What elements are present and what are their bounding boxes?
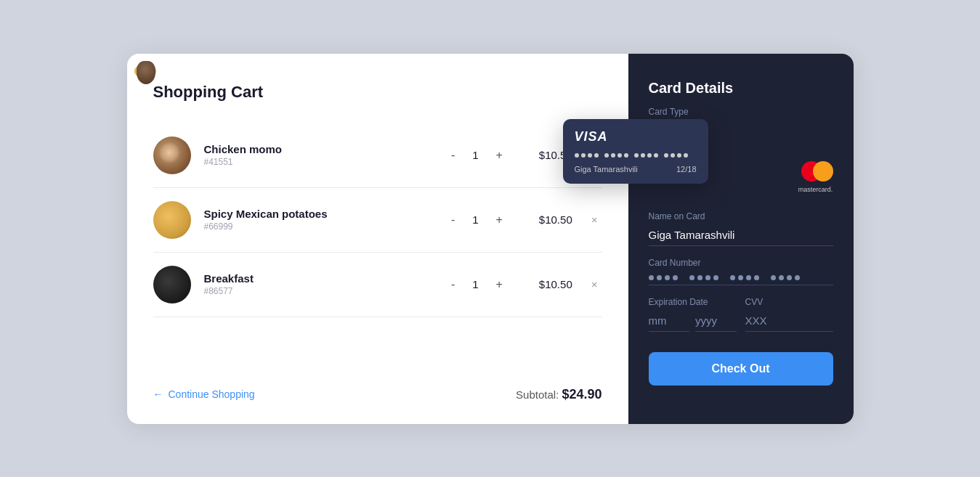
card-number-group: Card Number <box>649 258 833 285</box>
card-preview-dropdown: VISA <box>563 119 708 184</box>
name-on-card-group: Name on Card <box>649 211 833 246</box>
dot <box>671 153 675 158</box>
subtotal-amount: $24.90 <box>562 387 602 401</box>
dot-group-3 <box>634 153 658 158</box>
expiration-date-label: Expiration Date <box>649 297 737 307</box>
card-dot-input-2 <box>689 275 718 280</box>
item-controls: - 1 + <box>447 147 507 163</box>
expiry-month-input[interactable] <box>649 311 690 332</box>
cvv-input[interactable] <box>745 311 833 332</box>
dot <box>787 275 792 280</box>
dot <box>677 153 681 158</box>
continue-shopping-button[interactable]: ← Continue Shopping <box>153 388 255 400</box>
item-info-spicy-potatoes: Spicy Mexican potatoes #66999 <box>204 208 448 232</box>
card-number-display <box>649 272 833 285</box>
increase-qty-button[interactable]: + <box>491 147 506 163</box>
dot <box>664 153 668 158</box>
item-name: Breakfast <box>204 272 448 285</box>
item-image-breakfast <box>153 266 191 303</box>
card-details-section: Card Details Card Type VISA <box>628 54 854 424</box>
main-card: Shopping Cart Chicken momo #41551 - 1 + … <box>127 54 854 424</box>
dot <box>617 153 622 158</box>
expiry-year-input[interactable] <box>695 311 737 332</box>
dot <box>647 153 652 158</box>
increase-qty-button[interactable]: + <box>491 277 506 293</box>
subtotal-label: Subtotal: <box>516 388 559 401</box>
visa-logo: VISA <box>575 129 697 144</box>
mastercard-logo-area: mastercard. <box>801 161 833 193</box>
dot <box>654 153 658 158</box>
dot <box>697 275 702 280</box>
quantity-display: 1 <box>469 149 481 161</box>
item-name: Spicy Mexican potatoes <box>204 208 448 220</box>
item-sku: #66999 <box>204 221 448 232</box>
dot <box>684 153 688 158</box>
decrease-qty-button[interactable]: - <box>447 212 459 228</box>
cvv-label: CVV <box>745 297 833 307</box>
dot <box>713 275 718 280</box>
item-controls: - 1 + <box>447 212 507 228</box>
cart-footer: ← Continue Shopping Subtotal: $24.90 <box>153 387 602 402</box>
card-details-title: Card Details <box>649 80 833 97</box>
subtotal-area: Subtotal: $24.90 <box>516 387 602 402</box>
item-controls: - 1 + <box>447 277 507 293</box>
name-on-card-label: Name on Card <box>649 211 833 221</box>
dot <box>779 275 784 280</box>
item-price: $10.50 <box>529 213 572 226</box>
checkout-button[interactable]: Check Out <box>649 352 833 386</box>
mastercard-icon <box>801 161 833 182</box>
card-dot-input-1 <box>649 275 678 280</box>
cart-items-list: Chicken momo #41551 - 1 + $10.50 × Spicy… <box>153 123 602 367</box>
table-row: Breakfast #86577 - 1 + $10.50 × <box>153 253 602 317</box>
increase-qty-button[interactable]: + <box>491 212 506 228</box>
dot <box>594 153 599 158</box>
decrease-qty-button[interactable]: - <box>447 277 459 293</box>
name-on-card-input[interactable] <box>649 226 833 246</box>
item-image-spicy-potatoes <box>153 201 191 239</box>
continue-shopping-label: Continue Shopping <box>169 388 255 400</box>
quantity-display: 1 <box>469 278 481 290</box>
quantity-display: 1 <box>469 213 481 226</box>
dot <box>581 153 586 158</box>
remove-item-button[interactable]: × <box>587 277 602 292</box>
arrow-left-icon: ← <box>153 388 163 400</box>
mastercard-label: mastercard. <box>798 186 833 193</box>
item-sku: #86577 <box>204 286 448 296</box>
dot-group-1 <box>575 153 599 158</box>
dot-group-2 <box>604 153 628 158</box>
dot <box>641 153 645 158</box>
dot <box>771 275 776 280</box>
dot <box>634 153 639 158</box>
dot <box>588 153 592 158</box>
dot-group-4 <box>664 153 688 158</box>
mc-circle-orange <box>813 161 833 182</box>
dot <box>689 275 694 280</box>
card-number-label: Card Number <box>649 258 833 268</box>
expiration-date-group: Expiration Date <box>649 297 737 332</box>
card-dot-input-3 <box>730 275 759 280</box>
card-holder-info: Giga Tamarashvili 12/18 <box>575 165 697 174</box>
item-price: $10.50 <box>529 278 572 290</box>
dot <box>705 275 710 280</box>
decrease-qty-button[interactable]: - <box>447 147 459 163</box>
cart-section: Shopping Cart Chicken momo #41551 - 1 + … <box>127 54 628 424</box>
table-row: Spicy Mexican potatoes #66999 - 1 + $10.… <box>153 188 602 253</box>
dot <box>738 275 743 280</box>
item-sku: #41551 <box>204 157 448 167</box>
dot <box>730 275 735 280</box>
dot <box>575 153 579 158</box>
cart-title: Shopping Cart <box>153 83 602 102</box>
expiry-inputs <box>649 311 737 332</box>
dot <box>649 275 654 280</box>
item-image-chicken-momo <box>153 136 191 174</box>
dot <box>665 275 670 280</box>
dot <box>657 275 662 280</box>
dot <box>754 275 759 280</box>
table-row: Chicken momo #41551 - 1 + $10.50 × <box>153 123 602 188</box>
card-dot-input-4 <box>771 275 800 280</box>
remove-item-button[interactable]: × <box>587 212 602 227</box>
dot <box>746 275 751 280</box>
card-type-label: Card Type <box>649 107 833 117</box>
item-info-breakfast: Breakfast #86577 <box>204 272 448 296</box>
card-holder-name: Giga Tamarashvili <box>575 165 638 174</box>
